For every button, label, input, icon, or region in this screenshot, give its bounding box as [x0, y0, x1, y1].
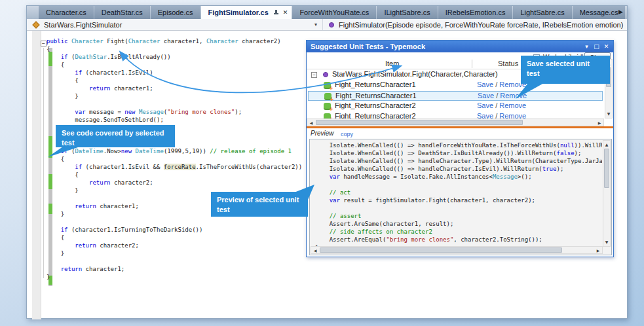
tab-episode-cs[interactable]: Episode.cs: [151, 6, 200, 19]
code-line: return character1;: [47, 265, 302, 273]
tab-forcewithyourate-cs[interactable]: ForceWithYouRate.cs: [292, 6, 376, 19]
tab-deathstar-cs[interactable]: DeathStar.cs: [94, 6, 150, 19]
column-separator[interactable]: [472, 60, 472, 68]
preview-horizontal-scrollbar[interactable]: ◀ ▶: [311, 246, 603, 254]
code-line: [47, 100, 302, 108]
action-separator: /: [493, 112, 499, 118]
document-tab-bar: Character.csDeathStar.csEpisode.csFightS…: [27, 6, 627, 19]
code-line: Isolate.WhenCalled(() => handleCharacter…: [315, 165, 602, 173]
test-list-horizontal-scrollbar[interactable]: ◀ ▶: [307, 118, 604, 126]
code-line: if (DeathStar.IsBuiltAlready()): [47, 53, 302, 61]
code-line: var result = fightSimulator.Fight(charac…: [315, 196, 602, 204]
code-line: }: [47, 273, 302, 281]
tree-collapse-toggle[interactable]: −: [311, 72, 317, 78]
tab-label: Message.cs: [580, 9, 618, 16]
code-line: [315, 181, 602, 189]
breadcrumb-class-dropdown[interactable]: StarWars.FightSimulator ▾: [27, 19, 323, 30]
tree-root-label: StarWars.FightSimulator.Fight(Character,…: [332, 70, 498, 78]
chevron-down-icon[interactable]: ▾: [314, 22, 317, 27]
tab-fightsimulator-cs[interactable]: FightSimulator.cs✕: [201, 6, 292, 19]
panel-title-bar[interactable]: Suggested Unit Tests - Typemock: [307, 41, 613, 52]
test-name: Fight_ReturnsCharacter2: [335, 101, 416, 109]
action-separator: /: [493, 101, 499, 109]
save-link[interactable]: Save: [477, 101, 493, 109]
scroll-left-icon[interactable]: ◀: [308, 120, 314, 126]
column-header-status[interactable]: Status: [498, 60, 518, 67]
column-header-item[interactable]: Item: [385, 60, 399, 67]
code-line: Isolate.WhenCalled(() => DeathStar.IsBui…: [315, 149, 602, 157]
unit-test-row[interactable]: Fight_ReturnsCharacter1Save / Remove: [308, 91, 603, 101]
tab-message-cs[interactable]: Message.cs: [573, 6, 626, 19]
test-name: Fight_ReturnsCharacter2: [335, 112, 416, 118]
code-line: {: [47, 77, 302, 84]
copy-link[interactable]: copy: [341, 131, 353, 137]
pin-icon[interactable]: [273, 10, 279, 16]
unit-test-row[interactable]: Fight_ReturnsCharacter2Save / Remove: [308, 101, 603, 111]
panel-close-icon[interactable]: ✕: [602, 43, 611, 51]
code-line: [47, 218, 302, 226]
code-editor[interactable]: public Character Fight(Character charact…: [47, 37, 302, 281]
code-line: if (character1.IsEvil): [47, 69, 302, 77]
remove-link[interactable]: Remove: [499, 101, 526, 109]
save-link[interactable]: Save: [477, 81, 493, 88]
editor-indicator-margin: [32, 31, 41, 319]
scroll-down-icon[interactable]: ▼: [605, 111, 612, 117]
row-actions: Save / Remove: [477, 101, 526, 109]
method-icon: [323, 72, 328, 77]
remove-link[interactable]: Remove: [500, 92, 527, 100]
save-link[interactable]: Save: [478, 92, 494, 100]
code-line: message.SendToSethLord();: [47, 116, 302, 124]
tab-character-cs[interactable]: Character.cs: [39, 6, 94, 19]
panel-menu-icon[interactable]: ▾: [582, 43, 591, 51]
add-test-icon: [324, 82, 331, 89]
scroll-up-icon[interactable]: ▲: [603, 141, 610, 148]
test-name: Fight_ReturnsCharacter1: [335, 81, 416, 88]
tab-overflow-icon[interactable]: ▶: [618, 9, 623, 15]
fold-guide-line: [43, 48, 44, 278]
test-preview-code: Isolate.WhenCalled(() => handleForceWith…: [315, 141, 602, 246]
code-fold-toggle[interactable]: −: [41, 41, 47, 46]
save-callout: Save selected unit test: [521, 56, 610, 84]
action-separator: /: [494, 92, 500, 100]
breadcrumb-member-dropdown[interactable]: FightSimulator(Episode episode, ForceWit…: [324, 19, 627, 30]
code-line: Isolate.WhenCalled(() => handleCharacter…: [315, 157, 602, 165]
add-test-icon: [324, 103, 331, 110]
navigation-bar: StarWars.FightSimulator ▾ FightSimulator…: [27, 19, 627, 31]
tab-lightsabre-cs[interactable]: LightSabre.cs: [513, 6, 571, 19]
code-line: }: [47, 249, 302, 257]
code-line: var message = new Message("bring more cl…: [47, 108, 302, 116]
scroll-down-icon[interactable]: ▼: [603, 239, 610, 245]
scroll-left-icon[interactable]: ◀: [312, 247, 318, 254]
tab-label: DeathStar.cs: [102, 9, 143, 16]
preview-vertical-scrollbar[interactable]: ▲ ▼: [603, 140, 611, 247]
scrollbar-thumb[interactable]: [604, 149, 609, 188]
code-line: if (DateTime.Now>new DateTime(1999,5,19)…: [47, 147, 302, 155]
scroll-right-icon[interactable]: ▶: [596, 120, 603, 126]
unit-test-row[interactable]: Fight_ReturnsCharacter2Save / Remove: [308, 112, 603, 118]
breadcrumb-member-signature: FightSimulator(Episode episode, ForceWit…: [339, 21, 623, 29]
save-link[interactable]: Save: [477, 112, 493, 118]
code-line: [47, 257, 302, 265]
add-test-icon: [324, 93, 331, 100]
scroll-right-icon[interactable]: ▶: [595, 247, 601, 254]
coverage-callout: See code covered by selected test: [56, 125, 175, 147]
add-test-icon: [324, 113, 331, 118]
tab-irebelsemotion-cs[interactable]: IRebelsEmotion.cs: [438, 6, 513, 19]
panel-maximize-icon[interactable]: □: [592, 43, 601, 51]
tab-label: Episode.cs: [158, 9, 193, 16]
code-line: // side affects on character2: [315, 228, 602, 236]
tab-ilightsabre-cs[interactable]: ILightSabre.cs: [377, 6, 437, 19]
code-line: // act: [315, 189, 602, 196]
scrollbar-thumb[interactable]: [316, 120, 523, 125]
row-actions: Save / Remove: [478, 92, 527, 100]
remove-link[interactable]: Remove: [499, 112, 526, 118]
scrollbar-thumb[interactable]: [320, 247, 562, 253]
code-line: var handleMessage = Isolate.Fake.AllInst…: [315, 173, 602, 181]
test-preview-box: Isolate.WhenCalled(() => handleForceWith…: [309, 139, 612, 255]
class-icon: [32, 21, 39, 28]
typemock-divider: [307, 126, 613, 128]
desktop-background: Character.csDeathStar.csEpisode.csFightS…: [0, 0, 644, 326]
close-icon[interactable]: ✕: [283, 9, 288, 16]
code-line: public Character Fight(Character charact…: [47, 37, 302, 45]
code-line: {: [47, 234, 302, 242]
